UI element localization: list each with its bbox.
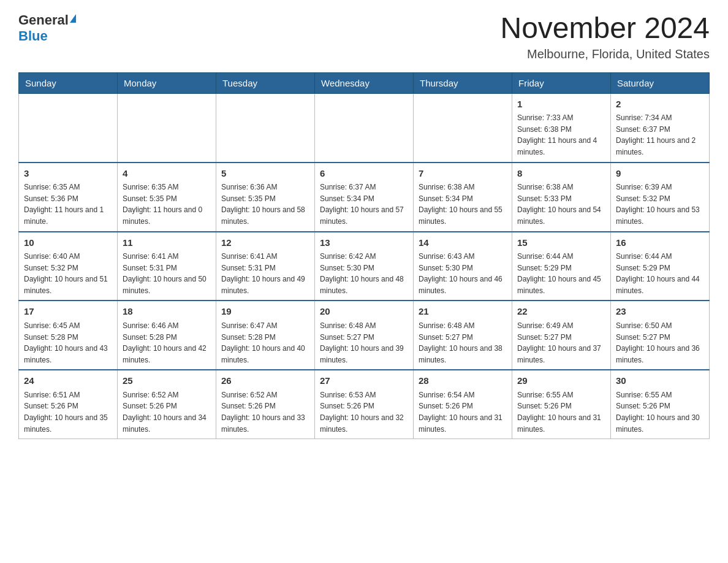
calendar-week-row: 3Sunrise: 6:35 AM Sunset: 5:36 PM Daylig… [19,163,710,232]
calendar-day-cell: 10Sunrise: 6:40 AM Sunset: 5:32 PM Dayli… [19,232,118,301]
calendar-week-row: 17Sunrise: 6:45 AM Sunset: 5:28 PM Dayli… [19,301,710,370]
day-number: 3 [24,167,112,181]
weekday-header-friday: Friday [512,72,611,93]
day-number: 21 [419,305,507,319]
day-info: Sunrise: 6:50 AM Sunset: 5:27 PM Dayligh… [616,320,704,366]
day-info: Sunrise: 6:38 AM Sunset: 5:33 PM Dayligh… [517,182,605,227]
day-number: 2 [616,98,704,112]
day-info: Sunrise: 7:33 AM Sunset: 6:38 PM Dayligh… [517,112,605,158]
day-info: Sunrise: 6:55 AM Sunset: 5:26 PM Dayligh… [517,389,605,435]
calendar-day-cell: 14Sunrise: 6:43 AM Sunset: 5:30 PM Dayli… [414,232,512,301]
day-info: Sunrise: 6:41 AM Sunset: 5:31 PM Dayligh… [221,251,309,296]
weekday-header-sunday: Sunday [19,72,118,93]
calendar-day-cell: 16Sunrise: 6:44 AM Sunset: 5:29 PM Dayli… [611,232,710,301]
calendar-day-cell: 25Sunrise: 6:52 AM Sunset: 5:26 PM Dayli… [118,370,216,439]
day-number: 30 [616,374,704,388]
day-info: Sunrise: 6:44 AM Sunset: 5:29 PM Dayligh… [616,251,704,296]
day-number: 13 [320,236,408,250]
day-number: 18 [123,305,211,319]
calendar-day-cell: 9Sunrise: 6:39 AM Sunset: 5:32 PM Daylig… [611,163,710,232]
day-info: Sunrise: 6:35 AM Sunset: 5:36 PM Dayligh… [24,182,112,227]
day-number: 23 [616,305,704,319]
logo-main-text: General [18,12,69,28]
calendar-day-cell: 13Sunrise: 6:42 AM Sunset: 5:30 PM Dayli… [315,232,414,301]
calendar-day-cell: 17Sunrise: 6:45 AM Sunset: 5:28 PM Dayli… [19,301,118,370]
day-info: Sunrise: 6:48 AM Sunset: 5:27 PM Dayligh… [419,320,507,366]
day-number: 5 [221,167,309,181]
calendar-week-row: 1Sunrise: 7:33 AM Sunset: 6:38 PM Daylig… [19,93,710,162]
day-info: Sunrise: 6:52 AM Sunset: 5:26 PM Dayligh… [123,389,211,435]
calendar-day-cell [118,93,216,162]
day-info: Sunrise: 6:46 AM Sunset: 5:28 PM Dayligh… [123,320,211,366]
day-info: Sunrise: 7:34 AM Sunset: 6:37 PM Dayligh… [616,112,704,158]
day-number: 26 [221,374,309,388]
day-number: 10 [24,236,112,250]
day-info: Sunrise: 6:36 AM Sunset: 5:35 PM Dayligh… [221,182,309,227]
calendar-day-cell: 5Sunrise: 6:36 AM Sunset: 5:35 PM Daylig… [216,163,315,232]
weekday-header-tuesday: Tuesday [216,72,315,93]
day-info: Sunrise: 6:37 AM Sunset: 5:34 PM Dayligh… [320,182,408,227]
day-number: 16 [616,236,704,250]
day-info: Sunrise: 6:53 AM Sunset: 5:26 PM Dayligh… [320,389,408,435]
day-info: Sunrise: 6:43 AM Sunset: 5:30 PM Dayligh… [419,251,507,296]
calendar-day-cell: 2Sunrise: 7:34 AM Sunset: 6:37 PM Daylig… [611,93,710,162]
day-info: Sunrise: 6:47 AM Sunset: 5:28 PM Dayligh… [221,320,309,366]
calendar-day-cell: 6Sunrise: 6:37 AM Sunset: 5:34 PM Daylig… [315,163,414,232]
day-info: Sunrise: 6:49 AM Sunset: 5:27 PM Dayligh… [517,320,605,366]
calendar-day-cell: 15Sunrise: 6:44 AM Sunset: 5:29 PM Dayli… [512,232,611,301]
day-number: 17 [24,305,112,319]
location-subtitle: Melbourne, Florida, United States [500,47,710,61]
calendar-day-cell [216,93,315,162]
calendar-day-cell: 30Sunrise: 6:55 AM Sunset: 5:26 PM Dayli… [611,370,710,439]
calendar-week-row: 10Sunrise: 6:40 AM Sunset: 5:32 PM Dayli… [19,232,710,301]
day-info: Sunrise: 6:44 AM Sunset: 5:29 PM Dayligh… [517,251,605,296]
day-number: 28 [419,374,507,388]
calendar-day-cell: 21Sunrise: 6:48 AM Sunset: 5:27 PM Dayli… [414,301,512,370]
weekday-header-thursday: Thursday [414,72,512,93]
day-info: Sunrise: 6:41 AM Sunset: 5:31 PM Dayligh… [123,251,211,296]
calendar-day-cell: 3Sunrise: 6:35 AM Sunset: 5:36 PM Daylig… [19,163,118,232]
day-number: 12 [221,236,309,250]
calendar-day-cell: 28Sunrise: 6:54 AM Sunset: 5:26 PM Dayli… [414,370,512,439]
calendar-day-cell: 1Sunrise: 7:33 AM Sunset: 6:38 PM Daylig… [512,93,611,162]
calendar-day-cell: 20Sunrise: 6:48 AM Sunset: 5:27 PM Dayli… [315,301,414,370]
calendar-day-cell: 18Sunrise: 6:46 AM Sunset: 5:28 PM Dayli… [118,301,216,370]
calendar-day-cell [414,93,512,162]
day-number: 8 [517,167,605,181]
day-number: 22 [517,305,605,319]
calendar-day-cell: 8Sunrise: 6:38 AM Sunset: 5:33 PM Daylig… [512,163,611,232]
calendar-day-cell: 22Sunrise: 6:49 AM Sunset: 5:27 PM Dayli… [512,301,611,370]
calendar-day-cell: 11Sunrise: 6:41 AM Sunset: 5:31 PM Dayli… [118,232,216,301]
calendar-day-cell: 19Sunrise: 6:47 AM Sunset: 5:28 PM Dayli… [216,301,315,370]
calendar-day-cell: 27Sunrise: 6:53 AM Sunset: 5:26 PM Dayli… [315,370,414,439]
day-info: Sunrise: 6:38 AM Sunset: 5:34 PM Dayligh… [419,182,507,227]
logo-triangle-icon [70,14,76,23]
calendar-day-cell: 23Sunrise: 6:50 AM Sunset: 5:27 PM Dayli… [611,301,710,370]
day-number: 24 [24,374,112,388]
day-number: 14 [419,236,507,250]
calendar-day-cell: 26Sunrise: 6:52 AM Sunset: 5:26 PM Dayli… [216,370,315,439]
day-number: 4 [123,167,211,181]
header: General Blue November 2024 Melbourne, Fl… [18,12,710,61]
logo-accent-text: Blue [18,28,48,44]
calendar-week-row: 24Sunrise: 6:51 AM Sunset: 5:26 PM Dayli… [19,370,710,439]
day-number: 11 [123,236,211,250]
day-number: 9 [616,167,704,181]
calendar-day-cell: 24Sunrise: 6:51 AM Sunset: 5:26 PM Dayli… [19,370,118,439]
calendar-day-cell [19,93,118,162]
weekday-header-wednesday: Wednesday [315,72,414,93]
calendar-day-cell: 29Sunrise: 6:55 AM Sunset: 5:26 PM Dayli… [512,370,611,439]
day-info: Sunrise: 6:51 AM Sunset: 5:26 PM Dayligh… [24,389,112,435]
weekday-header-row: SundayMondayTuesdayWednesdayThursdayFrid… [19,72,710,93]
day-number: 1 [517,98,605,112]
weekday-header-saturday: Saturday [611,72,710,93]
calendar-day-cell: 7Sunrise: 6:38 AM Sunset: 5:34 PM Daylig… [414,163,512,232]
day-info: Sunrise: 6:39 AM Sunset: 5:32 PM Dayligh… [616,182,704,227]
day-number: 19 [221,305,309,319]
weekday-header-monday: Monday [118,72,216,93]
day-number: 29 [517,374,605,388]
day-number: 20 [320,305,408,319]
month-title: November 2024 [500,12,710,45]
day-info: Sunrise: 6:55 AM Sunset: 5:26 PM Dayligh… [616,389,704,435]
day-info: Sunrise: 6:52 AM Sunset: 5:26 PM Dayligh… [221,389,309,435]
